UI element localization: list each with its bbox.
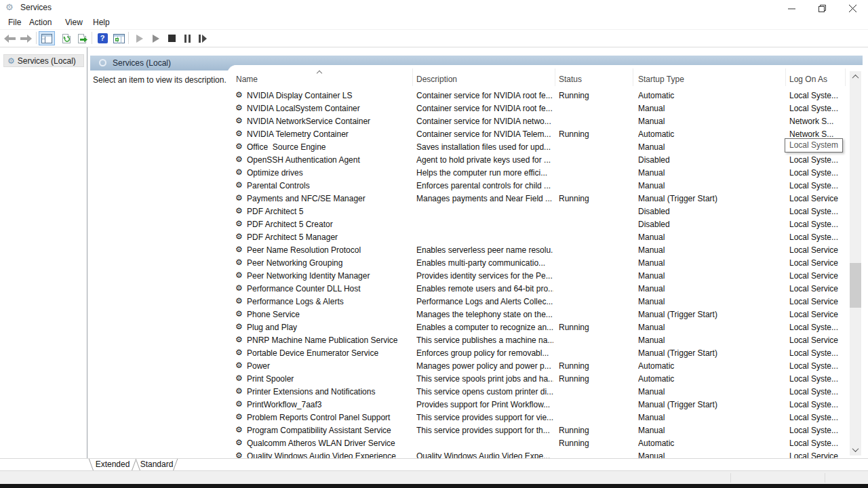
service-startup: Manual <box>638 258 777 268</box>
service-description: Manages power policy and power p... <box>416 361 553 371</box>
restore-icon <box>818 5 826 12</box>
service-logon: Local Syste... <box>789 361 849 371</box>
properties-button[interactable] <box>111 31 127 45</box>
menu-file[interactable]: File <box>4 17 25 28</box>
table-row[interactable]: ⚙ Peer Name Resolution Protocol Enables … <box>227 243 851 256</box>
taskbar-edge <box>0 484 868 488</box>
table-row[interactable]: ⚙ NVIDIA LocalSystem Container Container… <box>227 102 851 115</box>
table-row[interactable]: ⚙ PrintWorkflow_7aaf3 Provides support f… <box>227 398 851 411</box>
table-row[interactable]: ⚙ PNRP Machine Name Publication Service … <box>227 333 851 346</box>
properties-icon <box>113 34 125 43</box>
statusbar-separator <box>730 473 731 483</box>
service-description: Container service for NVIDIA netwo... <box>416 117 553 126</box>
service-logon: Local Syste... <box>789 181 849 190</box>
toolbar-separator <box>92 32 92 44</box>
table-row[interactable]: ⚙ NVIDIA NetworkService Container Contai… <box>227 115 851 127</box>
table-row[interactable]: ⚙ Program Compatibility Assistant Servic… <box>227 424 851 436</box>
table-row[interactable]: ⚙ PDF Architect 5 Manager Manual Local S… <box>227 230 851 243</box>
table-row[interactable]: ⚙ NVIDIA Display Container LS Container … <box>227 89 851 102</box>
table-row[interactable]: ⚙ Qualcomm Atheros WLAN Driver Service R… <box>227 436 851 449</box>
menu-help[interactable]: Help <box>89 17 114 28</box>
service-description: Helps the computer run more effici... <box>416 168 553 178</box>
export-list-button[interactable] <box>74 31 90 45</box>
table-row[interactable]: ⚙ Portable Device Enumerator Service Enf… <box>227 346 851 359</box>
table-row[interactable]: ⚙ Quality Windows Audio Video Experience… <box>227 449 851 458</box>
restore-button[interactable] <box>807 0 837 16</box>
service-gear-icon: ⚙ <box>235 439 243 447</box>
refresh-button[interactable] <box>58 31 75 45</box>
tab-extended[interactable]: Extended <box>89 459 136 471</box>
play-service-button[interactable] <box>148 31 164 45</box>
menu-action[interactable]: Action <box>25 17 56 28</box>
table-row[interactable]: ⚙ Problem Reports Control Panel Support … <box>227 411 851 424</box>
service-name: Printer Extensions and Notifications <box>247 387 412 396</box>
service-logon: Local Syste... <box>789 426 849 435</box>
service-startup: Manual <box>638 168 777 178</box>
forward-button[interactable] <box>18 31 34 45</box>
service-status: Running <box>559 194 623 203</box>
vertical-scrollbar[interactable] <box>850 71 861 455</box>
service-gear-icon: ⚙ <box>235 181 243 189</box>
back-button[interactable] <box>1 31 18 45</box>
export-list-icon <box>78 34 86 43</box>
sidebar-item-label: Services (Local) <box>18 56 76 66</box>
table-row[interactable]: ⚙ Print Spooler This service spools prin… <box>227 372 851 385</box>
scroll-down-button[interactable] <box>850 444 861 455</box>
service-description: Enables a computer to recognize an... <box>416 323 553 332</box>
minimize-icon <box>788 5 795 12</box>
show-hide-console-tree-button[interactable] <box>39 31 55 45</box>
table-row[interactable]: ⚙ NVIDIA Telemetry Container Container s… <box>227 127 851 140</box>
scroll-up-button[interactable] <box>850 71 861 83</box>
help-button[interactable]: ? <box>94 31 111 45</box>
menu-view[interactable]: View <box>61 17 87 28</box>
service-description: Enforces group policy for removabl... <box>416 348 553 358</box>
table-row[interactable]: ⚙ OpenSSH Authentication Agent Agent to … <box>227 153 851 166</box>
service-logon: Local Service <box>789 258 849 268</box>
table-row[interactable]: ⚙ Performance Counter DLL Host Enables r… <box>227 282 851 295</box>
close-button[interactable] <box>837 0 868 16</box>
service-gear-icon: ⚙ <box>235 104 243 112</box>
service-status: Running <box>559 426 623 435</box>
service-logon: Local Syste... <box>789 400 849 409</box>
table-row[interactable]: ⚙ Parental Controls Enforces parental co… <box>227 179 851 192</box>
stop-service-button[interactable] <box>163 31 180 45</box>
sidebar-item-services-local[interactable]: ⚙ Services (Local) <box>3 54 84 67</box>
start-service-button[interactable] <box>132 31 148 45</box>
scrollbar-thumb[interactable] <box>850 263 861 308</box>
service-gear-icon: ⚙ <box>235 232 243 241</box>
table-row[interactable]: ⚙ PDF Architect 5 Creator Disabled Local… <box>227 218 851 230</box>
table-row[interactable]: ⚙ Peer Networking Grouping Enables multi… <box>227 256 851 269</box>
service-logon: Local Syste... <box>789 155 849 165</box>
table-row[interactable]: ⚙ Optimize drives Helps the computer run… <box>227 166 851 179</box>
service-description: This service provides support for vie... <box>416 413 553 422</box>
forward-arrow-icon <box>20 35 32 43</box>
table-row[interactable]: ⚙ Office Source Engine Saves installatio… <box>227 140 851 153</box>
service-logon: Local Syste... <box>789 387 849 396</box>
table-row[interactable]: ⚙ Peer Networking Identity Manager Provi… <box>227 269 851 282</box>
service-name: Payments and NFC/SE Manager <box>247 194 412 203</box>
services-gear-icon: ⚙ <box>7 57 15 65</box>
pause-service-button[interactable] <box>179 31 195 45</box>
table-row[interactable]: ⚙ Performance Logs & Alerts Performance … <box>227 295 851 308</box>
service-gear-icon: ⚙ <box>235 194 243 202</box>
restart-service-button[interactable] <box>195 31 211 45</box>
service-gear-icon: ⚙ <box>235 91 243 99</box>
table-row[interactable]: ⚙ Power Manages power policy and power p… <box>227 359 851 372</box>
tab-standard[interactable]: Standard <box>136 459 178 471</box>
service-logon: Local Syste... <box>789 323 849 332</box>
service-description: Container service for NVIDIA Telem... <box>416 129 553 139</box>
table-row[interactable]: ⚙ Phone Service Manages the telephony st… <box>227 308 851 321</box>
table-row[interactable]: ⚙ Plug and Play Enables a computer to re… <box>227 321 851 333</box>
service-description: Enables remote users and 64-bit pro... <box>416 284 553 293</box>
service-startup: Manual <box>638 284 777 293</box>
service-logon: Network S... <box>789 117 849 126</box>
service-name: NVIDIA NetworkService Container <box>247 117 412 126</box>
service-description: Manages the telephony state on the... <box>416 310 553 319</box>
service-startup: Manual <box>638 426 777 435</box>
table-row[interactable]: ⚙ PDF Architect 5 Disabled Local Syste..… <box>227 205 851 218</box>
service-description: Enables serverless peer name resolu... <box>416 245 553 255</box>
table-row[interactable]: ⚙ Printer Extensions and Notifications T… <box>227 385 851 398</box>
table-row[interactable]: ⚙ Payments and NFC/SE Manager Manages pa… <box>227 192 851 205</box>
help-icon: ? <box>98 33 108 43</box>
minimize-button[interactable] <box>776 0 807 16</box>
